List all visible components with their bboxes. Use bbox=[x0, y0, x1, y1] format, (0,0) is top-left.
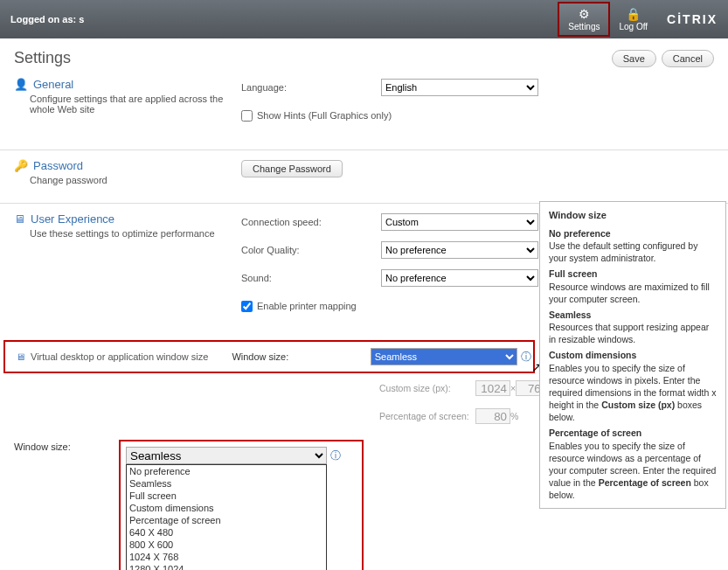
password-desc: Change password bbox=[30, 175, 241, 185]
vd-label-text: Virtual desktop or application window si… bbox=[31, 351, 208, 362]
topbar: Logged on as: s ⚙ Settings 🔒 Log Off CİT… bbox=[0, 0, 728, 38]
percent-suffix: % bbox=[510, 411, 518, 421]
dropdown-option[interactable]: Seamless bbox=[127, 477, 326, 490]
logoff-nav-label: Log Off bbox=[619, 22, 648, 31]
help-cust-t: Enables you to specify the size of resou… bbox=[549, 363, 716, 423]
custom-width-input[interactable] bbox=[475, 380, 510, 396]
key-icon: 🔑 bbox=[14, 159, 28, 172]
logged-on-label: Logged on as: s bbox=[10, 14, 558, 24]
language-label: Language: bbox=[241, 82, 381, 93]
monitor-icon: 🖥 bbox=[16, 351, 25, 362]
dropdown-option[interactable]: Custom dimensions bbox=[127, 502, 326, 514]
divider bbox=[0, 149, 728, 150]
color-quality-label: Color Quality: bbox=[241, 245, 381, 255]
help-full-t: Resource windows are maximized to fill y… bbox=[549, 282, 710, 304]
percent-label: Percentage of screen: bbox=[379, 411, 475, 421]
help-full-h: Full screen bbox=[549, 268, 717, 280]
show-hints-checkbox[interactable] bbox=[241, 110, 253, 122]
help-pct-h: Percentage of screen bbox=[549, 427, 717, 439]
dropdown-option[interactable]: Percentage of screen bbox=[127, 514, 326, 526]
dropdown-option[interactable]: No preference bbox=[127, 465, 326, 477]
help-nopref-t: Use the default setting configured by yo… bbox=[549, 240, 697, 263]
help-pct-t: Enables you to specify the size of resou… bbox=[549, 441, 716, 501]
user-icon: 👤 bbox=[14, 78, 28, 91]
help-panel: Window size No preference Use the defaul… bbox=[539, 201, 726, 509]
settings-nav[interactable]: ⚙ Settings bbox=[558, 2, 610, 37]
section-general: 👤 General Configure settings that are ap… bbox=[14, 78, 714, 134]
page-title: Settings bbox=[14, 49, 607, 67]
help-cust-h: Custom dimensions bbox=[549, 349, 717, 361]
page-body: Settings Save Cancel 👤 General Configure… bbox=[0, 38, 728, 570]
cancel-button[interactable]: Cancel bbox=[662, 50, 714, 67]
info-icon[interactable]: ⓘ bbox=[521, 350, 531, 365]
percent-input[interactable] bbox=[475, 408, 510, 424]
general-heading: 👤 General bbox=[14, 78, 241, 91]
page-header: Settings Save Cancel bbox=[14, 49, 714, 67]
connection-speed-label: Connection speed: bbox=[241, 217, 381, 227]
dropdown-option[interactable]: 1280 X 1024 bbox=[127, 563, 326, 570]
dropdown-option[interactable]: 800 X 600 bbox=[127, 539, 326, 551]
language-select[interactable]: English bbox=[381, 79, 538, 96]
window-size-select[interactable]: Seamless bbox=[371, 348, 517, 365]
connection-speed-select[interactable]: Custom bbox=[381, 213, 538, 231]
password-title-text: Password bbox=[33, 159, 83, 172]
help-nopref-h: No preference bbox=[549, 227, 717, 240]
password-heading: 🔑 Password bbox=[14, 159, 241, 172]
help-seam-t: Resources that support resizing appear i… bbox=[549, 322, 709, 344]
ux-desc: Use these settings to optimize performan… bbox=[30, 228, 241, 239]
change-password-button[interactable]: Change Password bbox=[241, 160, 343, 177]
monitor-icon: 🖥 bbox=[14, 212, 25, 226]
dropdown-list[interactable]: No preferenceSeamlessFull screenCustom d… bbox=[126, 464, 327, 570]
help-title: Window size bbox=[549, 209, 717, 222]
sound-select[interactable]: No preference bbox=[381, 269, 538, 287]
info-icon[interactable]: ⓘ bbox=[330, 448, 341, 463]
vd-label: 🖥 Virtual desktop or application window … bbox=[16, 351, 232, 362]
brand-logo: CİTRIX bbox=[667, 12, 718, 26]
dropdown-option[interactable]: 640 X 480 bbox=[127, 526, 326, 539]
topbar-actions: ⚙ Settings 🔒 Log Off CİTRIX bbox=[558, 0, 718, 38]
window-size-select-2[interactable]: Seamless bbox=[126, 447, 327, 464]
window-size-box: 🖥 Virtual desktop or application window … bbox=[3, 340, 535, 373]
help-seam-h: Seamless bbox=[549, 309, 717, 321]
ux-heading: 🖥 User Experience bbox=[14, 212, 241, 226]
dropdown-option[interactable]: 1024 X 768 bbox=[127, 551, 326, 563]
window-size-label-2: Window size: bbox=[14, 436, 119, 452]
section-password: 🔑 Password Change password Change Passwo… bbox=[14, 159, 714, 187]
lock-icon: 🔒 bbox=[626, 7, 641, 21]
window-size-label: Window size: bbox=[232, 351, 370, 362]
gear-icon: ⚙ bbox=[579, 7, 590, 21]
show-hints-label: Show Hints (Full Graphics only) bbox=[257, 110, 392, 121]
save-button[interactable]: Save bbox=[612, 50, 656, 67]
settings-nav-label: Settings bbox=[568, 22, 600, 31]
dropdown-option[interactable]: Full screen bbox=[127, 490, 326, 502]
custom-size-label: Custom size (px): bbox=[379, 383, 475, 393]
general-title-text: General bbox=[33, 78, 73, 91]
printer-mapping-checkbox[interactable] bbox=[241, 301, 253, 312]
sound-label: Sound: bbox=[241, 273, 381, 283]
window-size-dropdown-box: Seamless ⓘ No preferenceSeamlessFull scr… bbox=[119, 440, 364, 570]
logoff-nav[interactable]: 🔒 Log Off bbox=[610, 2, 656, 37]
ux-title-text: User Experience bbox=[31, 212, 114, 226]
general-desc: Configure settings that are applied acro… bbox=[30, 94, 241, 115]
printer-mapping-label: Enable printer mapping bbox=[257, 301, 357, 311]
color-quality-select[interactable]: No preference bbox=[381, 241, 538, 259]
